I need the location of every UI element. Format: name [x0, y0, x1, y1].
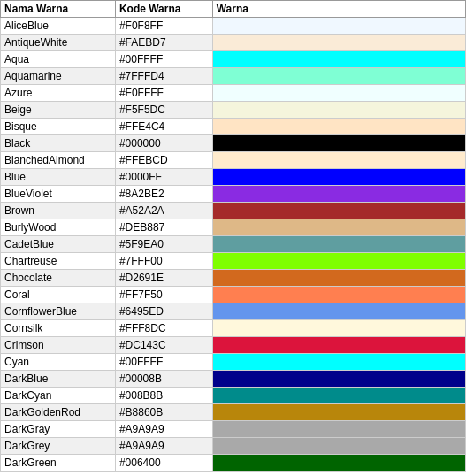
row-code: #000000 — [115, 135, 212, 152]
row-code: #FFF8DC — [115, 320, 212, 337]
row-code: #008B8B — [115, 388, 212, 404]
color-table: Nama Warna Kode Warna Warna AliceBlue#F0… — [0, 0, 466, 472]
row-swatch — [212, 68, 465, 85]
row-name: Bisque — [1, 119, 116, 135]
row-swatch — [212, 287, 465, 303]
row-name: Brown — [1, 203, 116, 219]
color-block — [213, 35, 465, 50]
color-block — [213, 135, 465, 151]
color-block — [213, 404, 465, 420]
header-swatch: Warna — [212, 1, 465, 18]
row-code: #00FFFF — [115, 354, 212, 371]
row-name: DarkCyan — [1, 388, 116, 404]
row-code: #7FFFD4 — [115, 68, 212, 85]
row-name: DarkGreen — [1, 455, 116, 472]
color-block — [213, 219, 465, 235]
color-block — [213, 152, 465, 168]
color-block — [213, 455, 465, 471]
row-swatch — [212, 388, 465, 404]
row-code: #00008B — [115, 371, 212, 388]
row-swatch — [212, 270, 465, 287]
row-swatch — [212, 51, 465, 68]
row-name: Beige — [1, 102, 116, 119]
row-name: Chocolate — [1, 270, 116, 287]
row-swatch — [212, 320, 465, 337]
row-name: DarkGoldenRod — [1, 404, 116, 421]
color-block — [213, 236, 465, 252]
row-swatch — [212, 35, 465, 51]
row-name: BlueViolet — [1, 186, 116, 203]
row-swatch — [212, 455, 465, 472]
color-block — [213, 119, 465, 134]
row-code: #FFEBCD — [115, 152, 212, 169]
row-code: #8A2BE2 — [115, 186, 212, 203]
row-code: #F5F5DC — [115, 102, 212, 119]
row-name: Aquamarine — [1, 68, 116, 85]
header-code: Kode Warna — [115, 1, 212, 18]
row-name: Azure — [1, 85, 116, 102]
row-code: #DEB887 — [115, 219, 212, 236]
color-block — [213, 51, 465, 67]
row-code: #B8860B — [115, 404, 212, 421]
row-code: #00FFFF — [115, 51, 212, 68]
header-name: Nama Warna — [1, 1, 116, 18]
row-code: #6495ED — [115, 303, 212, 320]
color-block — [213, 18, 465, 34]
color-block — [213, 354, 465, 370]
color-block — [213, 320, 465, 336]
row-name: Coral — [1, 287, 116, 303]
row-swatch — [212, 102, 465, 119]
row-swatch — [212, 354, 465, 371]
row-code: #A52A2A — [115, 203, 212, 219]
row-name: DarkGray — [1, 421, 116, 438]
color-block — [213, 270, 465, 286]
row-name: Aqua — [1, 51, 116, 68]
row-code: #D2691E — [115, 270, 212, 287]
row-code: #006400 — [115, 455, 212, 472]
color-block — [213, 169, 465, 185]
row-swatch — [212, 337, 465, 354]
row-swatch — [212, 421, 465, 438]
color-block — [213, 85, 465, 101]
row-name: CornflowerBlue — [1, 303, 116, 320]
row-name: DarkBlue — [1, 371, 116, 388]
color-block — [213, 371, 465, 387]
row-name: Crimson — [1, 337, 116, 354]
color-block — [213, 203, 465, 219]
row-swatch — [212, 303, 465, 320]
row-swatch — [212, 219, 465, 236]
row-swatch — [212, 404, 465, 421]
row-swatch — [212, 152, 465, 169]
row-code: #FAEBD7 — [115, 35, 212, 51]
color-block — [213, 421, 465, 437]
row-code: #A9A9A9 — [115, 421, 212, 438]
row-name: Cornsilk — [1, 320, 116, 337]
row-name: Cyan — [1, 354, 116, 371]
row-code: #FF7F50 — [115, 287, 212, 303]
color-block — [213, 102, 465, 118]
color-block — [213, 337, 465, 353]
row-code: #0000FF — [115, 169, 212, 186]
row-name: AliceBlue — [1, 18, 116, 35]
row-swatch — [212, 186, 465, 203]
row-name: CadetBlue — [1, 236, 116, 253]
color-block — [213, 68, 465, 84]
row-swatch — [212, 85, 465, 102]
row-code: #F0F8FF — [115, 18, 212, 35]
row-name: BurlyWood — [1, 219, 116, 236]
row-name: BlanchedAlmond — [1, 152, 116, 169]
row-swatch — [212, 371, 465, 388]
row-name: Black — [1, 135, 116, 152]
row-name: DarkGrey — [1, 438, 116, 455]
row-swatch — [212, 253, 465, 270]
color-block — [213, 388, 465, 403]
row-name: AntiqueWhite — [1, 35, 116, 51]
row-code: #DC143C — [115, 337, 212, 354]
row-swatch — [212, 119, 465, 135]
row-swatch — [212, 236, 465, 253]
color-block — [213, 438, 465, 454]
row-code: #A9A9A9 — [115, 438, 212, 455]
row-swatch — [212, 18, 465, 35]
color-block — [213, 303, 465, 319]
color-block — [213, 186, 465, 202]
